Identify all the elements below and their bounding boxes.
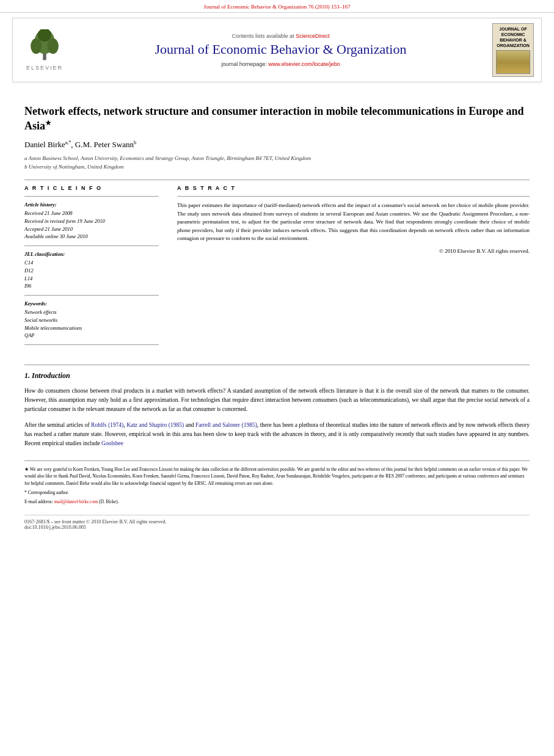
author2-sup: b xyxy=(134,140,136,145)
received-date: Received 21 June 2008 xyxy=(24,209,159,217)
intro-para1: How do consumers choose between rival pr… xyxy=(24,387,530,415)
farrell-link[interactable]: Farrell and Saloner (1985) xyxy=(195,422,257,428)
footnote-area: ★ We are very grateful to Koen Frenken, … xyxy=(24,460,530,505)
jel-label: JEL classification: xyxy=(24,251,159,257)
info-divider2 xyxy=(24,245,159,246)
authors-line: Daniel Birkea,*, G.M. Peter Swannb xyxy=(24,140,530,150)
goolsbee-link[interactable]: Goolsbee xyxy=(101,440,123,446)
copyright-notice: © 2010 Elsevier B.V. All rights reserved… xyxy=(177,248,530,254)
abstract-text: This paper estimates the importance of (… xyxy=(177,202,530,243)
article-title: Network effects, network structure and c… xyxy=(24,104,530,134)
revised-date: Received in revised form 19 June 2010 xyxy=(24,217,159,225)
affiliations: a Aston Business School, Aston Universit… xyxy=(24,154,530,171)
abstract-label: A B S T R A C T xyxy=(177,185,530,191)
affil2: b University of Nottingham, United Kingd… xyxy=(24,163,530,172)
star-footnote: ★ We are very grateful to Koen Frenken, … xyxy=(24,466,530,487)
intro-heading: 1. Introduction xyxy=(24,371,530,380)
info-divider3 xyxy=(24,295,159,296)
keywords-list: Network effects Social networks Mobile t… xyxy=(24,308,159,340)
journal-homepage: journal homepage: www.elsevier.com/locat… xyxy=(75,61,486,67)
article-info-column: A R T I C L E I N F O Article history: R… xyxy=(24,185,159,350)
abstract-section: A B S T R A C T This paper estimates the… xyxy=(177,185,530,350)
homepage-url[interactable]: www.elsevier.com/locate/jebo xyxy=(268,61,340,67)
email-link[interactable]: mail@daniel-birke.com xyxy=(54,499,98,504)
journal-ref-text: Journal of Economic Behavior & Organizat… xyxy=(204,4,351,10)
contents-available-line: Contents lists available at ScienceDirec… xyxy=(75,33,486,39)
keywords-label: Keywords: xyxy=(24,300,159,307)
author2-name: , G.M. Peter Swann xyxy=(71,140,134,149)
author1-sup: a,* xyxy=(65,140,71,145)
affil1: a Aston Business School, Aston Universit… xyxy=(24,154,530,163)
rohlfs-link[interactable]: Rohlfs (1974) xyxy=(91,422,123,428)
sciencedirect-link[interactable]: ScienceDirect xyxy=(296,33,330,39)
main-content: Network effects, network structure and c… xyxy=(0,87,554,542)
journal-reference-bar: Journal of Economic Behavior & Organizat… xyxy=(0,0,554,13)
svg-point-2 xyxy=(31,38,42,54)
article-meta-abstract: A R T I C L E I N F O Article history: R… xyxy=(24,185,530,350)
bottom-bar: 0167-2681/$ – see front matter © 2010 El… xyxy=(24,515,530,530)
intro-section: 1. Introduction How do consumers choose … xyxy=(24,365,530,448)
journal-title-area: Contents lists available at ScienceDirec… xyxy=(75,33,486,67)
author1-name: Daniel Birke xyxy=(24,140,65,149)
elsevier-logo: ELSEVIER xyxy=(20,29,69,71)
homepage-label: journal homepage: xyxy=(221,61,267,67)
accepted-date: Accepted 21 June 2010 xyxy=(24,225,159,233)
elsevier-tree-icon xyxy=(26,29,63,63)
jel-codes: C14 D12 L14 I96 xyxy=(24,259,159,290)
cover-text: JOURNAL OF ECONOMIC BEHAVIOR & ORGANIZAT… xyxy=(497,26,530,48)
star-footnote-text: ★ We are very grateful to Koen Frenken, … xyxy=(24,467,528,486)
history-label: Article history: xyxy=(24,202,159,208)
doi-line: doi:10.1016/j.jebo.2010.06.005 xyxy=(24,525,530,530)
online-date: Available online 30 June 2010 xyxy=(24,233,159,241)
contents-label: Contents lists available at xyxy=(231,33,294,39)
intro-para2: After the seminal articles of Rohlfs (19… xyxy=(24,421,530,449)
info-divider1 xyxy=(24,196,159,197)
journal-main-title: Journal of Economic Behavior & Organizat… xyxy=(75,42,486,57)
title-star: ★ xyxy=(45,119,51,126)
journal-cover: JOURNAL OF ECONOMIC BEHAVIOR & ORGANIZAT… xyxy=(492,23,534,77)
svg-point-3 xyxy=(48,38,59,54)
issn-line: 0167-2681/$ – see front matter © 2010 El… xyxy=(24,519,530,525)
divider1 xyxy=(24,180,530,180)
info-divider4 xyxy=(24,344,159,345)
title-text: Network effects, network structure and c… xyxy=(24,105,523,132)
article-info-label: A R T I C L E I N F O xyxy=(24,185,159,191)
elsevier-wordmark: ELSEVIER xyxy=(26,65,63,71)
journal-header: ELSEVIER Contents lists available at Sci… xyxy=(12,18,542,82)
email-note: E-mail address: mail@daniel-birke.com (D… xyxy=(24,498,530,505)
corresponding-note: * Corresponding author. xyxy=(24,489,530,496)
katz-link[interactable]: Katz and Shapiro (1985) xyxy=(126,422,184,428)
abstract-divider xyxy=(177,196,530,197)
